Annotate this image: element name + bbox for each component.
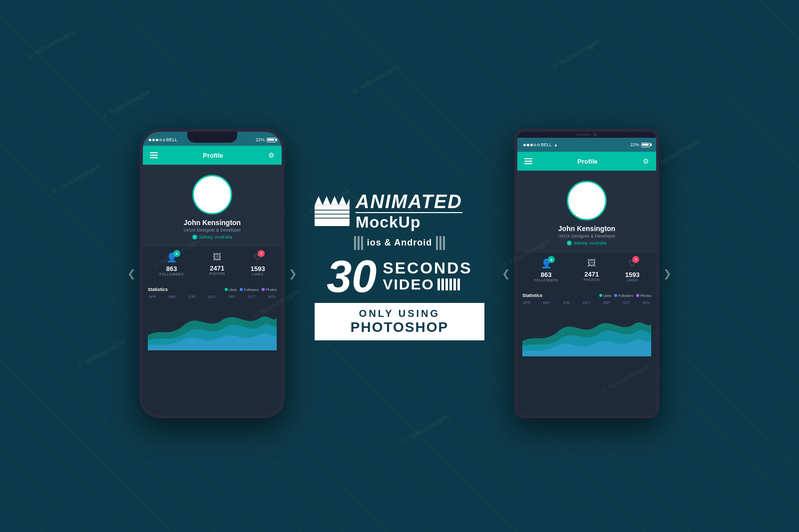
android-ham-line1 <box>524 158 532 159</box>
fb3 <box>445 278 448 290</box>
profile-section: John Kensington UI/UX Designer & Develop… <box>143 165 282 246</box>
animated-mockup-stack: ANIMATED MockUp <box>356 192 462 230</box>
android-verified-icon: ✓ <box>567 241 572 246</box>
android-signal-dots <box>523 144 540 146</box>
svg-rect-4 <box>315 205 350 226</box>
month-nov: NOV <box>268 295 276 298</box>
gear-icon[interactable]: ⚙ <box>268 151 275 159</box>
android-legend-followers: Followers <box>614 294 633 297</box>
android-likes-icon: ♡ 7 <box>628 258 636 269</box>
android-chart-legend: Likes Followers Photos <box>599 294 651 297</box>
film-bars <box>437 278 460 290</box>
followers-icon: 👤 4 <box>166 252 177 263</box>
iphone-device: BELL 22% Profile ⚙ <box>140 129 285 418</box>
stat-likes: ♡ 7 1593 LIKES <box>251 252 265 276</box>
and-month-july: JULY <box>582 301 591 304</box>
likes-count: 1593 <box>251 265 265 272</box>
iphone-screen-content: John Kensington UI/UX Designer & Develop… <box>143 165 282 415</box>
pipe4 <box>436 236 438 250</box>
android-hamburger[interactable] <box>524 158 532 164</box>
profile-name: John Kensington <box>184 219 241 227</box>
android-gear-icon[interactable]: ⚙ <box>643 157 649 165</box>
android-legend-photos: Photos <box>636 294 651 297</box>
profile-title: UI/UX Designer & Developer <box>184 228 241 233</box>
adot5 <box>537 144 540 146</box>
fb6 <box>457 278 460 290</box>
stat-photos: 🖼 2471 PHOTOS <box>209 252 225 276</box>
seconds-label: SECONDS <box>383 260 472 276</box>
watermark-5: © YellowImages <box>76 337 126 370</box>
left-arrow-android[interactable]: ❮ <box>502 267 510 279</box>
left-arrow-iphone[interactable]: ❮ <box>127 267 136 279</box>
android-chart-section: Statistics Likes Followers <box>517 288 656 356</box>
android-followers-count: 863 <box>541 271 552 278</box>
android-profile-name: John Kensington <box>558 225 615 233</box>
hamburger-menu[interactable] <box>150 152 158 158</box>
profile-location: ✓ Sidney, Australia <box>192 235 232 240</box>
and-month-jun: JUN <box>563 301 570 304</box>
android-camera <box>593 133 597 137</box>
iphone-notch <box>187 132 237 143</box>
android-stat-followers: 👤 4 863 FOLLOWERS <box>534 258 558 282</box>
android-likes-count: 1593 <box>625 271 640 278</box>
adot1 <box>523 144 526 146</box>
photoshop-label: PHOTOSHOP <box>325 319 474 335</box>
likes-label: LIKES <box>252 272 263 276</box>
month-july: JULY <box>208 295 216 298</box>
dot3 <box>156 139 158 141</box>
and-month-oct: OCT <box>623 301 630 304</box>
seconds-row: 30 SECONDS VIDEO <box>327 254 472 299</box>
android-profile-location: ✓ Sidney, Australia <box>567 241 606 246</box>
android-followers-label: FOLLOWERS <box>534 278 558 282</box>
fb2 <box>441 278 444 290</box>
platform-label: ios & Android <box>367 238 432 248</box>
iphone-app-header: Profile ⚙ <box>143 146 282 165</box>
month-may: MAY <box>169 295 176 298</box>
chart-months: APR MAY JUN JULY SEP OCT NOV <box>148 295 277 298</box>
video-label: VIDEO <box>383 276 434 293</box>
chart-legend: Likes Followers Photos <box>225 288 277 291</box>
android-followers-badge: 4 <box>548 256 555 263</box>
big-number: 30 <box>327 254 377 299</box>
android-chart-months: APR MAY JUN JULY SEP OCT NOV <box>522 301 651 304</box>
android-stat-likes: ♡ 7 1593 LIKES <box>625 258 640 282</box>
and-month-apr: APR <box>523 301 530 304</box>
android-likes-badge: 7 <box>632 256 639 263</box>
photos-count: 2471 <box>210 265 224 272</box>
android-status-bar: BELL ▲ 22% <box>517 138 656 152</box>
stats-row: 👤 4 863 FOLLOWERS 🖼 2471 PHOTOS <box>143 246 282 282</box>
dot1 <box>149 139 151 141</box>
android-battery-fill <box>642 144 649 146</box>
android-chart-title: Statistics <box>522 293 542 298</box>
video-row: VIDEO <box>383 276 472 293</box>
stat-followers: 👤 4 863 FOLLOWERS <box>159 252 183 276</box>
android-avatar <box>567 181 607 221</box>
month-oct: OCT <box>248 295 256 298</box>
carrier-label: BELL <box>166 137 177 142</box>
right-arrow-android[interactable]: ❯ <box>663 267 672 279</box>
android-photos-label: PHOTOS <box>584 278 600 281</box>
android-header-title: Profile <box>577 158 597 165</box>
legend-followers: Followers <box>240 288 259 291</box>
adot3 <box>530 144 533 146</box>
legend-photos: Photos <box>262 288 277 291</box>
watermark-3: © YellowImages <box>51 162 101 196</box>
only-using-label: ONLY USING <box>325 308 474 319</box>
android-photos-icon: 🖼 <box>587 258 596 268</box>
wave-chart <box>148 300 277 350</box>
month-jun: JUN <box>188 295 195 298</box>
android-profile-title: UI/UX Designer & Developer <box>558 234 616 239</box>
signal-dots <box>149 139 165 141</box>
month-sep: SEP <box>229 295 236 298</box>
right-arrow-iphone[interactable]: ❯ <box>289 267 297 279</box>
pipe2 <box>358 236 360 250</box>
followers-badge: 4 <box>173 250 180 257</box>
pipe5 <box>439 236 441 250</box>
only-box: ONLY USING PHOTOSHOP <box>315 303 484 340</box>
legend-dot-photos <box>262 288 265 291</box>
android-status-left: BELL ▲ <box>523 142 558 147</box>
photos-icon: 🖼 <box>213 252 222 263</box>
mockup-label: MockUp <box>356 214 462 230</box>
photos-label: PHOTOS <box>209 272 225 275</box>
fb4 <box>449 278 452 290</box>
